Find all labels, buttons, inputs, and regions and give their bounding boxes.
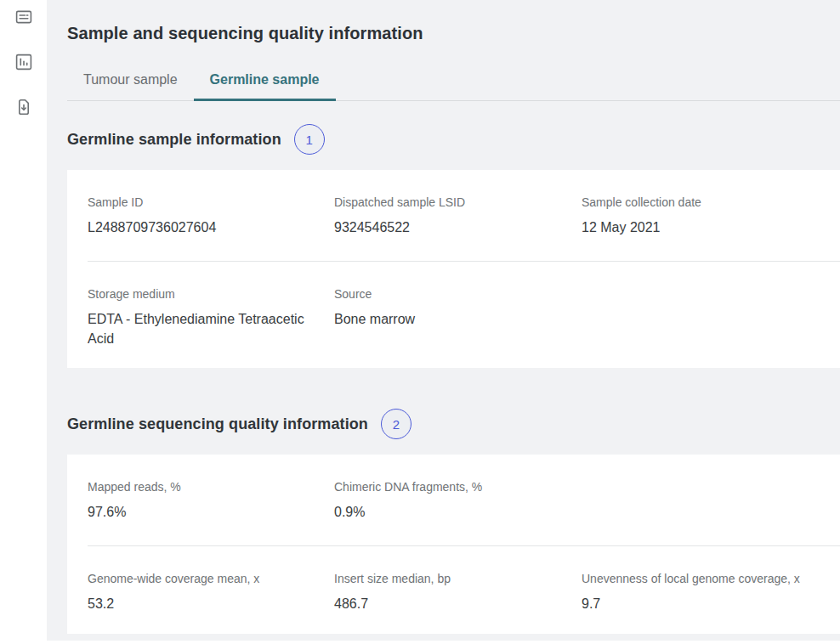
field-label: Mapped reads, % [88,480,310,494]
section-header-germline-sample-information: Germline sample information 1 [67,124,840,155]
step-badge-1: 1 [294,124,325,155]
download-report-icon[interactable] [14,98,33,116]
field-insert-size-median: Insert size median, bp 486.7 [334,572,582,614]
row-divider [88,545,840,546]
tab-tumour-sample[interactable]: Tumour sample [67,65,194,101]
field-source: Source Bone marrow [334,287,582,349]
sample-details-icon[interactable] [14,8,33,26]
field-value: 53.2 [88,594,310,614]
field-label: Sample collection date [582,195,824,209]
field-label: Source [334,287,558,301]
app-window: Sample and sequencing quality informatio… [0,0,840,644]
field-value: 0.9% [334,502,558,523]
step-badge-2: 2 [381,409,411,439]
section-title: Germline sequencing quality information [67,415,368,433]
field-genome-wide-coverage-mean: Genome-wide coverage mean, x 53.2 [88,572,334,614]
field-value: EDTA - Ethylenediamine Tetraacetic Acid [88,309,310,349]
field-sample-id: Sample ID L2488709736027604 [88,195,334,238]
field-sample-collection-date: Sample collection date 12 May 2021 [582,195,840,238]
field-row: Genome-wide coverage mean, x 53.2 Insert… [88,572,840,614]
section-title: Germline sample information [67,131,281,149]
field-label: Insert size median, bp [334,572,558,585]
field-row: Storage medium EDTA - Ethylenediamine Te… [88,287,840,349]
row-divider [88,261,840,262]
field-label: Sample ID [88,195,310,209]
germline-sequencing-quality-card: Mapped reads, % 97.6% Chimeric DNA fragm… [67,455,840,634]
field-chimeric-dna-fragments: Chimeric DNA fragments, % 0.9% [334,480,582,523]
germline-sample-information-card: Sample ID L2488709736027604 Dispatched s… [67,170,840,368]
field-label: Dispatched sample LSID [334,195,558,209]
quality-metrics-chart-icon[interactable] [14,53,33,71]
tab-bar: Tumour sample Germline sample [67,65,840,101]
field-value: 12 May 2021 [582,217,824,238]
field-row: Mapped reads, % 97.6% Chimeric DNA fragm… [88,480,840,523]
field-unevenness-local-genome-coverage: Unevenness of local genome coverage, x 9… [582,572,840,614]
tab-germline-sample[interactable]: Germline sample [194,65,336,101]
field-value: 9324546522 [334,217,558,238]
field-label: Genome-wide coverage mean, x [88,572,310,585]
field-value: L2488709736027604 [88,217,310,238]
field-dispatched-sample-lsid: Dispatched sample LSID 9324546522 [334,195,582,238]
field-mapped-reads: Mapped reads, % 97.6% [88,480,334,523]
section-header-germline-sequencing-quality-information: Germline sequencing quality information … [67,409,840,439]
field-value: Bone marrow [334,309,558,330]
field-label: Storage medium [88,287,310,301]
field-label: Chimeric DNA fragments, % [334,480,558,494]
field-value: 9.7 [582,594,824,614]
field-value: 486.7 [334,594,558,614]
main-content: Sample and sequencing quality informatio… [47,0,840,641]
field-value: 97.6% [88,502,310,523]
page-title: Sample and sequencing quality informatio… [67,24,840,43]
field-label: Unevenness of local genome coverage, x [582,572,824,585]
field-row: Sample ID L2488709736027604 Dispatched s… [88,195,840,238]
field-storage-medium: Storage medium EDTA - Ethylenediamine Te… [88,287,334,349]
sidebar [0,0,47,644]
